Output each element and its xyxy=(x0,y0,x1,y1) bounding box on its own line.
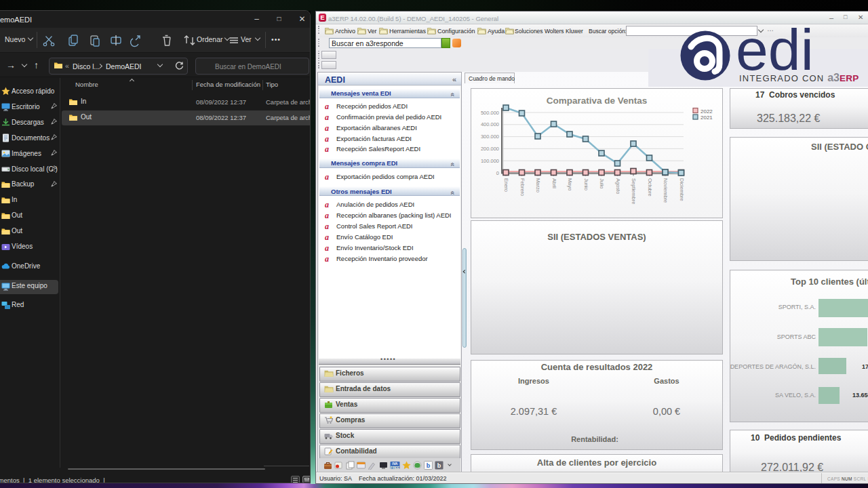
svg-text:Mayo: Mayo xyxy=(567,178,573,190)
svg-text:400.000: 400.000 xyxy=(481,121,499,127)
svg-text:100.000: 100.000 xyxy=(481,158,499,164)
svg-text:b: b xyxy=(427,462,431,469)
svg-text:Julio: Julio xyxy=(599,178,605,188)
svg-text:200.000: 200.000 xyxy=(481,146,499,152)
svg-text:Enero: Enero xyxy=(503,178,509,192)
svg-text:Abril: Abril xyxy=(551,178,557,188)
svg-text:2022: 2022 xyxy=(701,108,713,115)
svg-text:FREE: FREE xyxy=(391,466,400,470)
svg-text:2021: 2021 xyxy=(701,115,713,121)
svg-text:Comparativa de Ventas: Comparativa de Ventas xyxy=(547,96,648,106)
svg-text:Noviembre: Noviembre xyxy=(663,178,669,203)
svg-text:0: 0 xyxy=(496,170,499,176)
svg-text:Febrero: Febrero xyxy=(519,178,526,196)
svg-text:Diciembre: Diciembre xyxy=(679,178,685,201)
svg-text:Octubre: Octubre xyxy=(647,178,653,197)
svg-text:300.000: 300.000 xyxy=(481,134,499,140)
svg-text:Agosto: Agosto xyxy=(615,178,621,194)
svg-text:b: b xyxy=(437,462,441,469)
svg-text:Septiembre: Septiembre xyxy=(631,178,637,204)
svg-text:Marzo: Marzo xyxy=(535,178,541,192)
svg-text:500.000: 500.000 xyxy=(481,110,499,116)
svg-text:Junio: Junio xyxy=(583,178,589,190)
